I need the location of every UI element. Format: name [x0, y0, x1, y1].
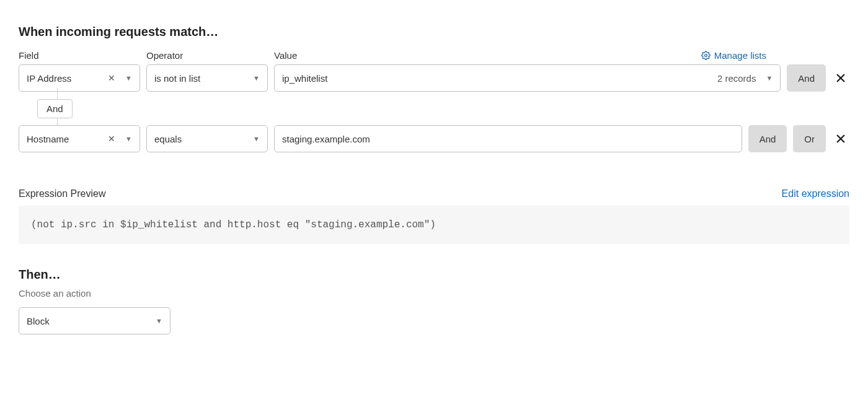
- value-list-count: 2 records: [717, 73, 756, 84]
- col-label-field: Field: [19, 50, 140, 61]
- then-subtitle: Choose an action: [19, 288, 849, 299]
- operator-select-value: equals: [154, 134, 182, 144]
- clear-icon[interactable]: ✕: [108, 134, 115, 144]
- and-button[interactable]: And: [748, 125, 787, 152]
- action-select-value: Block: [27, 316, 50, 326]
- or-button[interactable]: Or: [793, 125, 826, 152]
- col-label-operator: Operator: [146, 50, 268, 61]
- chevron-down-icon: ▼: [766, 74, 773, 82]
- col-label-value: Value: [274, 50, 297, 61]
- chevron-down-icon: ▼: [156, 317, 162, 325]
- field-select-value: Hostname: [27, 134, 69, 144]
- columns-header: Field Operator Value Manage lists: [19, 50, 849, 61]
- gear-icon: [701, 51, 711, 60]
- chevron-down-icon: ▼: [253, 74, 260, 82]
- value-text-input[interactable]: [274, 125, 742, 152]
- operator-select[interactable]: equals ▼: [146, 125, 268, 152]
- chevron-down-icon: ▼: [125, 135, 132, 142]
- svg-point-0: [704, 55, 707, 57]
- value-list-select[interactable]: ip_whitelist 2 records ▼: [274, 64, 781, 92]
- delete-rule-button[interactable]: [832, 72, 849, 84]
- field-select[interactable]: Hostname ✕ ▼: [19, 125, 140, 152]
- connector-badge: And: [37, 99, 73, 118]
- action-select[interactable]: Block ▼: [19, 307, 170, 334]
- rule-row: IP Address ✕ ▼ is not in list ▼ ip_white…: [19, 64, 849, 92]
- chevron-down-icon: ▼: [125, 74, 132, 82]
- section-title-when: When incoming requests match…: [19, 25, 849, 39]
- expression-preview-label: Expression Preview: [19, 188, 106, 199]
- rule-connector: And: [37, 92, 849, 125]
- and-button[interactable]: And: [787, 64, 826, 92]
- operator-select-value: is not in list: [154, 73, 200, 84]
- edit-expression-link[interactable]: Edit expression: [782, 188, 849, 199]
- clear-icon[interactable]: ✕: [108, 73, 115, 83]
- manage-lists-link[interactable]: Manage lists: [701, 50, 766, 61]
- field-select-value: IP Address: [27, 73, 71, 84]
- operator-select[interactable]: is not in list ▼: [146, 64, 268, 92]
- manage-lists-label: Manage lists: [714, 50, 766, 61]
- expression-preview-box: (not ip.src in $ip_whitelist and http.ho…: [19, 206, 849, 244]
- chevron-down-icon: ▼: [253, 135, 260, 142]
- value-list-name: ip_whitelist: [282, 73, 327, 84]
- field-select[interactable]: IP Address ✕ ▼: [19, 64, 140, 92]
- delete-rule-button[interactable]: [832, 133, 849, 144]
- rule-row: Hostname ✕ ▼ equals ▼ And Or: [19, 125, 849, 152]
- section-title-then: Then…: [19, 268, 849, 282]
